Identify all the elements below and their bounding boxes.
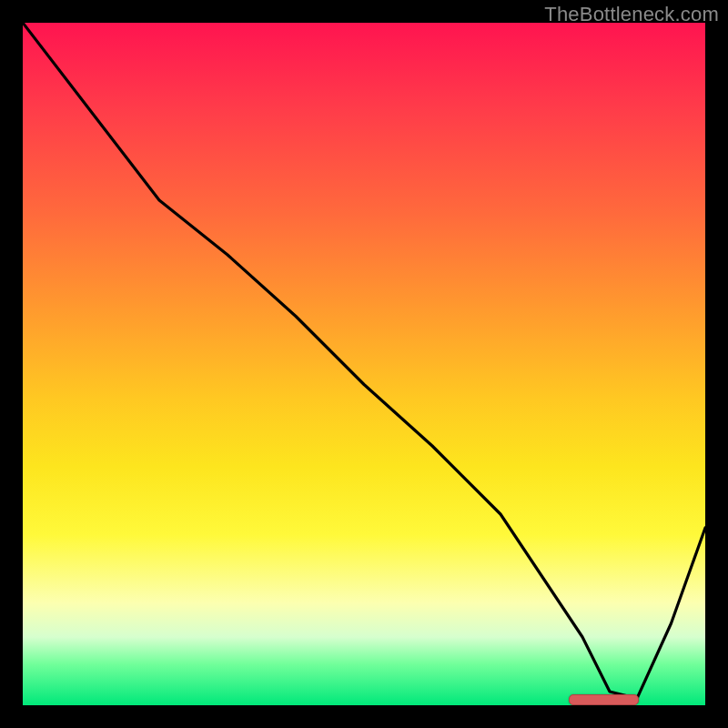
curve-path: [23, 23, 705, 699]
plot-area: [23, 23, 705, 705]
optimal-range-marker: [569, 694, 639, 705]
chart-frame: TheBottleneck.com: [0, 0, 728, 728]
bottleneck-curve: [23, 23, 705, 705]
